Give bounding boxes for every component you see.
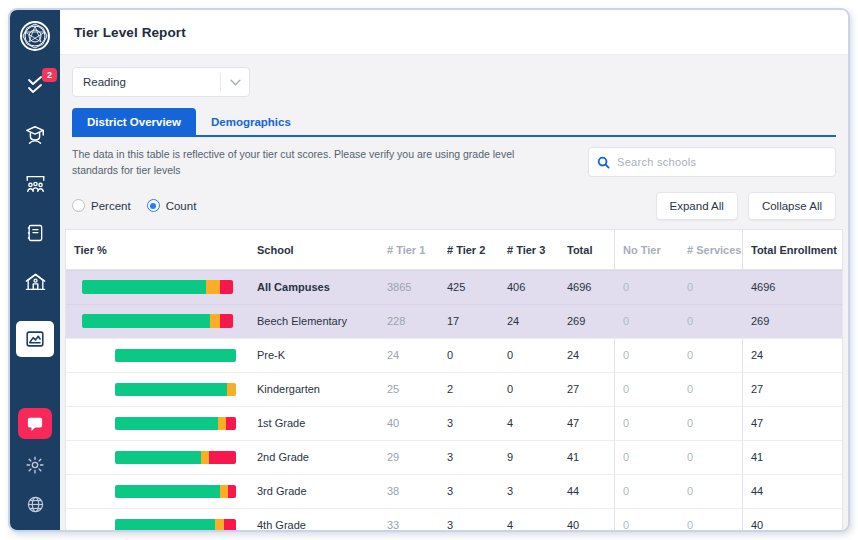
total-enrollment: 24 <box>742 339 842 372</box>
notification-badge: 2 <box>42 68 57 82</box>
tier1-count: 24 <box>379 339 439 372</box>
tier3-count: 4 <box>499 407 559 440</box>
tier1-count: 40 <box>379 407 439 440</box>
tier2-count: 3 <box>439 407 499 440</box>
total-enrollment: 47 <box>742 407 842 440</box>
services-count: 0 <box>679 407 742 440</box>
collapse-all-button[interactable]: Collapse All <box>748 192 836 220</box>
total-count: 27 <box>559 373 614 406</box>
table-row[interactable]: 1st Grade4034470047 <box>66 406 842 440</box>
total-count: 47 <box>559 407 614 440</box>
radio-count[interactable]: Count <box>147 199 197 212</box>
sidebar-item-school[interactable] <box>22 270 48 294</box>
tier3-segment <box>209 451 236 464</box>
tab-demographics[interactable]: Demographics <box>196 108 306 135</box>
subject-dropdown-value: Reading <box>73 76 220 88</box>
sidebar-item-library[interactable] <box>22 221 48 245</box>
tier1-segment <box>115 349 236 362</box>
app-logo[interactable] <box>17 18 53 58</box>
expand-all-button[interactable]: Expand All <box>656 192 738 220</box>
table-row[interactable]: Beech Elementary228172426900269 <box>66 304 842 338</box>
table-row[interactable]: 3rd Grade3833440044 <box>66 474 842 508</box>
radio-percent[interactable]: Percent <box>72 199 131 212</box>
reports-chart-icon <box>24 328 46 350</box>
tier1-segment <box>82 280 206 294</box>
tier3-count: 0 <box>499 373 559 406</box>
tier3-count: 9 <box>499 441 559 474</box>
school-name: 1st Grade <box>249 407 379 440</box>
radio-percent-dot <box>72 199 85 212</box>
tier3-count: 3 <box>499 475 559 508</box>
search-input[interactable] <box>617 156 827 168</box>
student-icon <box>24 124 46 146</box>
sidebar-item-classroom[interactable] <box>22 172 48 196</box>
chat-bubble-icon <box>26 416 44 432</box>
chat-button[interactable] <box>18 408 52 439</box>
view-toggle: Percent Count <box>72 199 196 212</box>
column-header: # Services <box>679 244 742 256</box>
tier2-segment <box>210 314 220 328</box>
total-count: 41 <box>559 441 614 474</box>
column-header: Total <box>559 244 614 256</box>
settings-button[interactable] <box>25 455 45 479</box>
table-row[interactable]: All Campuses38654254064696004696 <box>66 270 842 304</box>
sidebar-item-tasks[interactable]: 2 <box>22 74 48 98</box>
tier1-count: 29 <box>379 441 439 474</box>
radio-count-dot <box>147 199 160 212</box>
services-count: 0 <box>679 373 742 406</box>
tab-district-overview[interactable]: District Overview <box>72 108 196 135</box>
column-header: Tier % <box>66 244 249 256</box>
tier-distribution-bar <box>82 280 233 294</box>
total-enrollment: 41 <box>742 441 842 474</box>
tier3-segment <box>224 519 236 531</box>
sidebar-item-reports-active[interactable] <box>16 321 54 357</box>
tier2-segment <box>218 417 226 430</box>
tier2-segment <box>227 383 236 396</box>
column-header: School <box>249 244 379 256</box>
tier3-segment <box>226 417 236 430</box>
no-tier-count: 0 <box>614 339 679 372</box>
page-title: Tier Level Report <box>74 25 186 40</box>
no-tier-count: 0 <box>614 305 679 338</box>
total-enrollment: 27 <box>742 373 842 406</box>
no-tier-count: 0 <box>614 441 679 474</box>
table-body: All Campuses38654254064696004696Beech El… <box>66 270 842 531</box>
tier3-segment <box>220 280 233 294</box>
tier1-segment <box>115 519 215 531</box>
app-window: 2 <box>8 8 850 532</box>
no-tier-count: 0 <box>614 475 679 508</box>
tab-bar: District Overview Demographics <box>72 108 836 137</box>
language-button[interactable] <box>26 495 45 518</box>
sidebar-item-students[interactable] <box>22 123 48 147</box>
tier2-count: 0 <box>439 339 499 372</box>
school-name: Beech Elementary <box>249 305 379 338</box>
chevron-down-icon <box>221 79 249 86</box>
table-row[interactable]: Kindergarten2520270027 <box>66 372 842 406</box>
no-tier-count: 0 <box>614 509 679 531</box>
no-tier-count: 0 <box>614 407 679 440</box>
services-count: 0 <box>679 339 742 372</box>
table-row[interactable]: 4th Grade3334400040 <box>66 508 842 531</box>
school-name: Kindergarten <box>249 373 379 406</box>
subject-dropdown[interactable]: Reading <box>72 67 250 97</box>
tier2-count: 3 <box>439 441 499 474</box>
tier2-segment <box>215 519 224 531</box>
column-header: # Tier 1 <box>379 244 439 256</box>
table-row[interactable]: 2nd Grade2939410041 <box>66 440 842 474</box>
tier3-count: 4 <box>499 509 559 531</box>
tier-cut-notice: The data in this table is reflective of … <box>72 147 552 179</box>
school-search[interactable] <box>588 147 836 177</box>
school-name: 4th Grade <box>249 509 379 531</box>
tier-table: Tier %School# Tier 1# Tier 2# Tier 3Tota… <box>65 229 843 531</box>
table-row[interactable]: Pre-K2400240024 <box>66 338 842 372</box>
globe-icon <box>26 495 45 514</box>
column-header: # Tier 2 <box>439 244 499 256</box>
tier1-segment <box>115 485 220 498</box>
column-header: Total Enrollment <box>742 230 842 270</box>
tier2-count: 3 <box>439 475 499 508</box>
services-count: 0 <box>679 509 742 531</box>
radio-percent-label: Percent <box>91 200 131 212</box>
total-count: 40 <box>559 509 614 531</box>
services-count: 0 <box>679 475 742 508</box>
tier3-count: 0 <box>499 339 559 372</box>
